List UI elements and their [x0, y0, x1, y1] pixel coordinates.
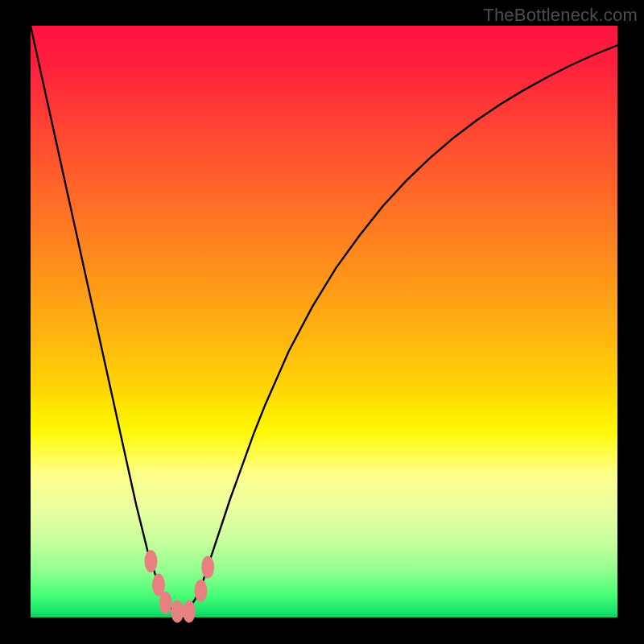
curve-marker [201, 556, 214, 579]
chart-frame: TheBottleneck.com [0, 0, 644, 644]
curve-marker [159, 592, 172, 614]
curve-marker [183, 601, 196, 623]
watermark-label: TheBottleneck.com [483, 5, 638, 26]
curve-marker [171, 601, 184, 623]
bottleneck-curve-svg [31, 26, 617, 617]
plot-area [31, 26, 617, 617]
curve-markers [144, 550, 214, 622]
bottleneck-curve [31, 26, 617, 612]
curve-marker [194, 580, 207, 602]
curve-marker [144, 550, 157, 572]
